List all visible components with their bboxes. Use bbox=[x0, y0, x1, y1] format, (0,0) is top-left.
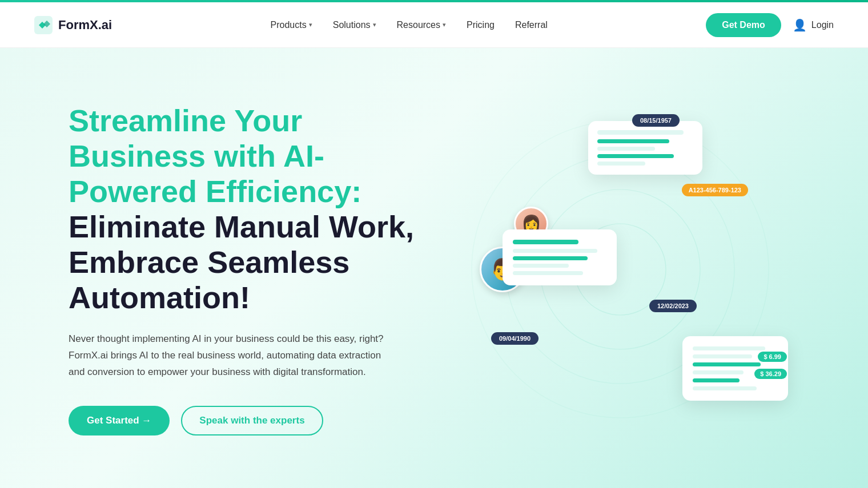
logo-text: FormX.ai bbox=[58, 18, 112, 33]
nav-products[interactable]: Products ▾ bbox=[271, 20, 312, 30]
nav-resources[interactable]: Resources ▾ bbox=[397, 20, 446, 30]
speak-experts-button[interactable]: Speak with the experts bbox=[181, 406, 323, 435]
get-demo-button[interactable]: Get Demo bbox=[706, 13, 781, 37]
header: FormX.ai Products ▾ Solutions ▾ Resource… bbox=[0, 2, 868, 48]
hero-section: Streamline Your Business with AI-Powered… bbox=[0, 48, 868, 488]
chevron-down-icon: ▾ bbox=[373, 21, 376, 29]
main-nav: Products ▾ Solutions ▾ Resources ▾ Prici… bbox=[271, 20, 548, 30]
hero-heading: Streamline Your Business with AI-Powered… bbox=[69, 103, 434, 316]
header-actions: Get Demo 👤 Login bbox=[706, 13, 834, 37]
get-started-button[interactable]: Get Started → bbox=[69, 406, 170, 435]
login-button[interactable]: 👤 Login bbox=[793, 18, 834, 32]
nav-solutions[interactable]: Solutions ▾ bbox=[333, 20, 376, 30]
card-document-1 bbox=[588, 121, 702, 175]
chevron-down-icon: ▾ bbox=[309, 21, 312, 29]
card-document-2 bbox=[503, 229, 617, 285]
logo-icon bbox=[34, 16, 53, 34]
nav-pricing[interactable]: Pricing bbox=[467, 20, 495, 30]
logo[interactable]: FormX.ai bbox=[34, 16, 112, 34]
hero-description: Never thought implementing AI in your bu… bbox=[69, 331, 388, 381]
date-badge-1: 08/15/1957 bbox=[632, 114, 680, 127]
date-badge-2: 09/04/1990 bbox=[491, 332, 539, 345]
user-icon: 👤 bbox=[793, 18, 807, 32]
date-badge-3: 12/02/2023 bbox=[649, 300, 697, 312]
hero-illustration: 08/15/1957 A123-456-789-123 👩 👨 TREVOR H… bbox=[445, 92, 834, 446]
id-badge: A123-456-789-123 bbox=[682, 184, 748, 196]
price-badge-2: $ 36.29 bbox=[754, 369, 787, 379]
chevron-down-icon: ▾ bbox=[443, 21, 446, 29]
nav-referral[interactable]: Referral bbox=[515, 20, 548, 30]
hero-buttons: Get Started → Speak with the experts bbox=[69, 406, 434, 435]
price-badge-1: $ 6.99 bbox=[758, 352, 787, 362]
hero-content: Streamline Your Business with AI-Powered… bbox=[69, 103, 434, 435]
